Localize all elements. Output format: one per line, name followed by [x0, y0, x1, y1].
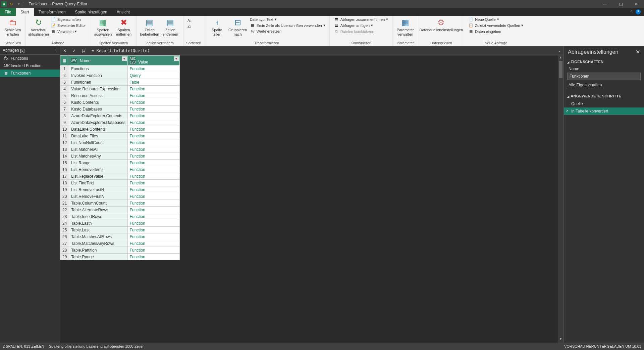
tab-addcolumn[interactable]: Spalte hinzufügen — [70, 8, 112, 16]
cell-value[interactable]: Function — [127, 247, 179, 254]
table-row[interactable]: 7Kusto.DatabasesFunction — [60, 106, 180, 113]
replace-values-button[interactable]: ½Werte ersetzen — [249, 29, 327, 34]
cell-value[interactable]: Function — [127, 126, 179, 133]
table-row[interactable]: 13List.MatchesAllFunction — [60, 146, 180, 153]
table-row[interactable]: 8AzureDataExplorer.ContentsFunction — [60, 113, 180, 119]
cell-value[interactable]: Function — [127, 186, 179, 193]
cell-value[interactable]: Function — [127, 213, 179, 220]
cell-name[interactable]: List.MatchesAny — [69, 153, 127, 160]
minimize-button[interactable]: — — [598, 0, 613, 8]
table-row[interactable]: 24Table.LastNFunction — [60, 220, 180, 227]
cell-name[interactable]: DataLake.Contents — [69, 126, 127, 133]
cell-name[interactable]: Resource.Access — [69, 92, 127, 99]
table-row[interactable]: 25Table.LastFunction — [60, 227, 180, 233]
datasource-settings-button[interactable]: ⚙Datenquelleneinstellungen — [421, 16, 461, 33]
cell-value[interactable]: Function — [127, 119, 179, 126]
remove-cols-button[interactable]: ✖Spalten entfernen — [114, 16, 134, 37]
cell-name[interactable]: Table.Last — [69, 227, 127, 233]
table-row[interactable]: 4Value.ResourceExpressionFunction — [60, 86, 180, 92]
vertical-scrollbar[interactable]: ▲ ▼ — [558, 55, 564, 343]
query-item[interactable]: fxFunctions — [0, 55, 60, 62]
table-row[interactable]: 10DataLake.ContentsFunction — [60, 126, 180, 133]
cell-name[interactable]: Table.InsertRows — [69, 213, 127, 220]
enter-data-button[interactable]: ▦Daten eingeben — [467, 29, 525, 34]
cell-value[interactable]: Function — [127, 173, 179, 180]
query-name-input[interactable] — [567, 73, 641, 80]
smiley-icon[interactable]: ☺ — [9, 1, 14, 7]
cancel-formula-button[interactable]: ✕ — [60, 48, 69, 53]
cell-value[interactable]: Function — [127, 200, 179, 207]
table-row[interactable]: 18List.FindTextFunction — [60, 180, 180, 186]
cell-name[interactable]: Kusto.Contents — [69, 99, 127, 106]
manage-button[interactable]: ▦Verwalten ▾ — [49, 29, 87, 34]
cell-name[interactable]: Invoked Function — [69, 72, 127, 79]
cell-value[interactable]: Function — [127, 139, 179, 146]
recent-sources-button[interactable]: 📋Zuletzt verwendete Quellen ▾ — [467, 23, 525, 28]
close-button[interactable]: ✕ — [629, 0, 644, 8]
cell-name[interactable]: Table.ColumnCount — [69, 200, 127, 207]
cell-name[interactable]: List.Range — [69, 160, 127, 166]
column-value[interactable]: ABC123 Value ▾ — [127, 56, 179, 65]
cell-name[interactable]: Table.MatchesAllRows — [69, 233, 127, 240]
column-name[interactable]: ABC Name ▾ — [69, 56, 127, 65]
table-row[interactable]: 29Table.RangeFunction — [60, 254, 180, 260]
cell-name[interactable]: Funktionen — [69, 79, 127, 86]
cell-name[interactable]: List.FindText — [69, 180, 127, 186]
cell-value[interactable]: Function — [127, 220, 179, 227]
cell-value[interactable]: Function — [127, 166, 179, 173]
cell-value[interactable]: Function — [127, 86, 179, 92]
combine-files-button[interactable]: ⧉Dateien kombinieren — [332, 29, 390, 34]
table-row[interactable]: 22Table.AlternateRowsFunction — [60, 207, 180, 213]
cell-name[interactable]: Functions — [69, 65, 127, 72]
table-row[interactable]: 16List.RemoveItemsFunction — [60, 166, 180, 173]
tab-start[interactable]: Start — [16, 8, 34, 16]
collapse-queries-icon[interactable]: 〈 — [53, 47, 57, 53]
cell-value[interactable]: Function — [127, 240, 179, 247]
cell-value[interactable]: Function — [127, 133, 179, 139]
cell-name[interactable]: List.RemoveLastN — [69, 186, 127, 193]
cell-name[interactable]: Table.AlternateRows — [69, 207, 127, 213]
scroll-thumb[interactable] — [559, 61, 562, 78]
cell-value[interactable]: Query — [127, 72, 179, 79]
cell-value[interactable]: Function — [127, 207, 179, 213]
table-row[interactable]: 26Table.MatchesAllRowsFunction — [60, 233, 180, 240]
table-row[interactable]: 6Kusto.ContentsFunction — [60, 99, 180, 106]
sort-desc-button[interactable]: Z↓ — [186, 24, 193, 29]
cell-name[interactable]: List.RemoveFirstN — [69, 193, 127, 200]
cell-name[interactable]: Value.ResourceExpression — [69, 86, 127, 92]
cell-name[interactable]: List.RemoveItems — [69, 166, 127, 173]
cell-name[interactable]: List.ReplaceValue — [69, 173, 127, 180]
cell-value[interactable]: Function — [127, 65, 179, 72]
cell-value[interactable]: Function — [127, 160, 179, 166]
table-row[interactable]: 28Table.PartitionFunction — [60, 247, 180, 254]
cell-name[interactable]: Table.Partition — [69, 247, 127, 254]
cell-value[interactable]: Function — [127, 227, 179, 233]
help-icon[interactable]: ? — [636, 9, 641, 14]
tab-view[interactable]: Ansicht — [112, 8, 135, 16]
query-item[interactable]: ▦Funktionen — [0, 70, 60, 77]
new-source-button[interactable]: 📄Neue Quelle ▾ — [467, 16, 525, 22]
cell-value[interactable]: Function — [127, 99, 179, 106]
cell-name[interactable]: Table.LastN — [69, 220, 127, 227]
tab-file[interactable]: File — [0, 8, 16, 16]
scroll-up-icon[interactable]: ▲ — [558, 55, 564, 61]
split-column-button[interactable]: ⫞Spalte teilen — [207, 16, 227, 37]
fx-icon[interactable]: fx — [79, 48, 88, 53]
table-row[interactable]: 23Table.InsertRowsFunction — [60, 213, 180, 220]
refresh-preview-button[interactable]: ↻ Vorschau aktualisieren — [29, 16, 49, 37]
table-row[interactable]: 2Invoked FunctionQuery — [60, 72, 180, 79]
cell-name[interactable]: DataLake.Files — [69, 133, 127, 139]
groupby-button[interactable]: ⊟Gruppieren nach — [228, 16, 248, 37]
properties-button[interactable]: 📄Eigenschaften — [49, 16, 87, 22]
cell-name[interactable]: List.MatchesAll — [69, 146, 127, 153]
table-row[interactable]: 5Resource.AccessFunction — [60, 92, 180, 99]
datatype-button[interactable]: Datentyp: Text ▾ — [249, 16, 327, 22]
close-settings-icon[interactable]: ✕ — [636, 49, 640, 55]
close-load-button[interactable]: 🗀 Schließen & laden — [3, 16, 23, 37]
table-corner[interactable]: ▦ — [60, 56, 69, 65]
column-filter-icon[interactable]: ▾ — [174, 56, 179, 61]
parameters-button[interactable]: ▦Parameter verwalten — [395, 16, 415, 37]
keep-rows-button[interactable]: ▤Zeilen beibehalten — [140, 16, 160, 37]
table-row[interactable]: 3FunktionenTable — [60, 79, 180, 86]
query-item[interactable]: ABCInvoked Function — [0, 62, 60, 70]
